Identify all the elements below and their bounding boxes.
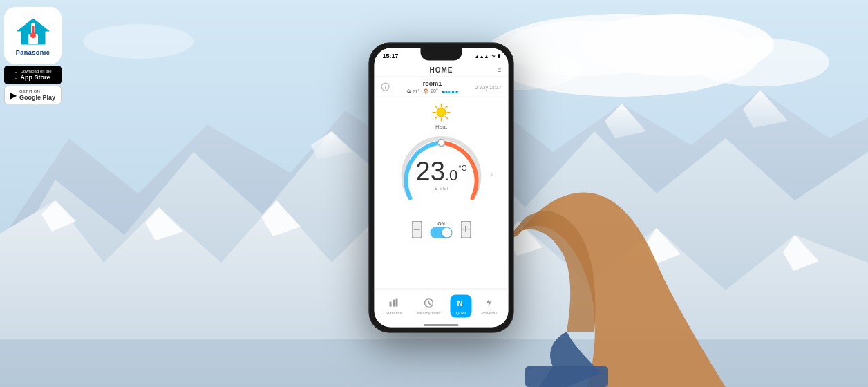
powerful-icon: [484, 298, 494, 310]
nav-quiet[interactable]: N Quiet: [451, 295, 471, 318]
timer-icon: [424, 298, 434, 310]
room-date: 2 July 15:17: [475, 84, 502, 89]
phone-screen: 15:17 ▲▲▲ ∿ ▮ HOME ≡ i: [375, 48, 509, 328]
google-play-badge[interactable]: ▶ GET IT ON Google Play: [4, 86, 62, 104]
home-bar: [375, 323, 509, 328]
svg-line-43: [429, 303, 431, 305]
room-header: i room1 🌤 21° 🏠 20° ●nanoe 2 July 15:17: [375, 77, 509, 97]
panasonic-brand-text: Panasonic: [16, 49, 50, 56]
phone-scene: 15:17 ▲▲▲ ∿ ▮ HOME ≡ i: [369, 43, 514, 333]
power-toggle[interactable]: [431, 227, 453, 238]
nav-nearby-timer[interactable]: Nearby timer: [411, 295, 446, 318]
minus-button[interactable]: −: [412, 221, 422, 238]
on-label: ON: [437, 221, 445, 226]
set-label: ▲ SET: [433, 185, 449, 190]
svg-text:N: N: [457, 299, 463, 308]
outdoor-temp: 🌤 21°: [406, 88, 420, 93]
svg-point-28: [437, 108, 446, 117]
menu-icon[interactable]: ≡: [498, 66, 502, 74]
svg-marker-46: [487, 299, 492, 307]
svg-line-34: [446, 117, 448, 119]
signal-icon: ▲▲▲: [475, 53, 489, 58]
nearby-timer-label: Nearby timer: [417, 311, 440, 315]
info-icon[interactable]: i: [381, 83, 390, 91]
statistics-label: Statistics: [385, 311, 402, 315]
app-store-text: Download on the App Store: [21, 69, 52, 82]
svg-rect-39: [393, 300, 395, 307]
quiet-icon: N: [456, 298, 466, 310]
branding-area: Panasonic  Download on the App Store ▶ …: [4, 7, 62, 104]
mode-label: Heat: [435, 124, 447, 130]
heat-sun-icon: [432, 103, 451, 122]
quiet-label: Quiet: [456, 311, 466, 315]
svg-rect-21: [0, 339, 868, 387]
nav-powerful[interactable]: Powerful: [475, 295, 502, 318]
svg-rect-40: [395, 299, 397, 307]
svg-rect-44: [427, 299, 431, 300]
room-info: 🌤 21° 🏠 20° ●nanoe: [406, 88, 459, 94]
google-play-text: GET IT ON Google Play: [19, 89, 55, 102]
svg-point-27: [30, 32, 36, 38]
room-name: room1: [423, 80, 442, 87]
app-store-badge[interactable]:  Download on the App Store: [4, 66, 62, 84]
temperature-display: 23 .0 °C ▲ SET: [416, 158, 467, 190]
app-header: HOME ≡: [375, 64, 509, 77]
indoor-temp: 🏠 20°: [423, 88, 438, 94]
svg-point-6: [83, 24, 194, 59]
nav-statistics[interactable]: Statistics: [379, 295, 407, 318]
temp-whole: 23: [416, 158, 445, 184]
temp-decimal: .0: [445, 166, 457, 184]
svg-line-36: [435, 117, 437, 119]
next-arrow[interactable]: ›: [490, 169, 493, 180]
home-bar-line: [424, 325, 459, 326]
svg-point-4: [691, 38, 829, 86]
svg-line-33: [435, 106, 437, 108]
bottom-nav: Statistics Nearby timer N Quiet: [375, 289, 509, 323]
status-time: 15:17: [383, 53, 399, 59]
phone-notch: [421, 48, 462, 61]
panasonic-logo: Panasonic: [4, 7, 62, 64]
on-section: − ON +: [412, 221, 471, 238]
temperature-dial: 23 .0 °C ▲ SET ›: [393, 133, 490, 216]
app-title: HOME: [430, 66, 453, 74]
app-content: Heat: [375, 97, 509, 289]
svg-line-35: [446, 106, 448, 108]
svg-rect-22: [525, 366, 608, 387]
plus-button[interactable]: +: [461, 221, 471, 238]
status-icons: ▲▲▲ ∿ ▮: [475, 53, 500, 59]
mode-section: Heat: [432, 103, 451, 130]
temp-unit: °C: [458, 163, 466, 171]
wifi-icon: ∿: [491, 53, 496, 59]
statistics-icon: [388, 298, 398, 310]
svg-point-37: [438, 140, 445, 147]
smartphone: 15:17 ▲▲▲ ∿ ▮ HOME ≡ i: [369, 43, 514, 333]
powerful-label: Powerful: [481, 311, 497, 315]
battery-icon: ▮: [498, 53, 500, 59]
power-toggle-container: ON: [431, 221, 453, 238]
svg-rect-38: [389, 302, 391, 307]
apple-icon: : [14, 70, 17, 81]
nanoe-badge: ●nanoe: [442, 88, 459, 93]
toggle-thumb: [442, 228, 452, 238]
google-play-icon: ▶: [10, 91, 17, 100]
house-thermometer-icon: [16, 16, 50, 47]
